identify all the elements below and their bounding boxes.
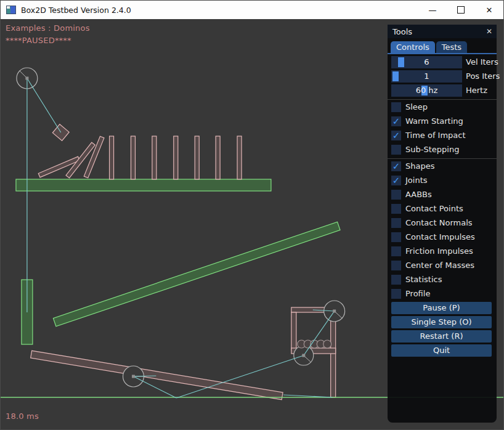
tab-tests[interactable]: Tests: [436, 41, 467, 54]
tab-controls[interactable]: Controls: [391, 41, 435, 54]
separator: [388, 99, 497, 100]
example-label: Examples : Dominos: [6, 23, 90, 33]
anchor-marker: [132, 375, 135, 378]
dynamic-body: [84, 136, 104, 178]
slider-label-pos-iters: Pos Iters: [466, 70, 500, 83]
checkbox-label-sleep: Sleep: [405, 102, 428, 112]
checkbox-label-contact-points: Contact Points: [405, 204, 463, 214]
checkbox-statistics[interactable]: [391, 275, 401, 285]
dynamic-body: [331, 312, 336, 397]
check-icon: ✓: [392, 162, 400, 171]
slider-label-vel-iters: Vel Iters: [466, 56, 498, 68]
checkbox-label-aabbs: AABBs: [405, 190, 432, 200]
slider-value-pos-iters: 1: [391, 70, 462, 83]
checkbox-row-sub-stepping: Sub-Stepping: [388, 145, 497, 156]
button-single-step-o[interactable]: Single Step (O): [391, 316, 492, 328]
checkbox-contact-impulses[interactable]: [391, 232, 401, 242]
button-quit[interactable]: Quit: [391, 344, 492, 357]
check-icon: ✓: [392, 117, 400, 126]
checkbox-row-center-of-masses: Center of Masses: [388, 261, 497, 272]
checkbox-label-shapes: Shapes: [405, 161, 434, 171]
checkbox-row-warm-starting: ✓Warm Starting: [388, 116, 497, 128]
slider-value-vel-iters: 6: [391, 56, 462, 68]
checkbox-contact-normals[interactable]: [391, 218, 401, 228]
frame-time-label: 18.0 ms: [6, 412, 39, 421]
checkbox-shapes[interactable]: ✓: [391, 161, 401, 171]
close-button[interactable]: ✕: [475, 1, 503, 19]
minimize-icon: —: [429, 6, 437, 15]
check-icon: ✓: [392, 176, 400, 185]
checkbox-warm-starting[interactable]: ✓: [391, 116, 401, 126]
checkbox-row-contact-points: Contact Points: [388, 204, 497, 215]
checkbox-contact-points[interactable]: [391, 204, 401, 214]
tools-panel-title: Tools: [392, 27, 412, 36]
checkbox-row-aabbs: AABBs: [388, 190, 497, 201]
maximize-button[interactable]: [447, 1, 475, 19]
joint-line: [27, 78, 61, 132]
slider-vel-iters[interactable]: 6: [391, 56, 462, 68]
slider-pos-iters[interactable]: 1: [391, 70, 462, 83]
checkbox-row-shapes: ✓Shapes: [388, 161, 497, 172]
checkbox-label-contact-normals: Contact Normals: [405, 218, 473, 228]
dynamic-body: [174, 136, 178, 179]
checkbox-row-friction-impulses: Friction Impulses: [388, 246, 497, 258]
maximize-icon: [457, 6, 465, 14]
button-restart-r[interactable]: Restart (R): [391, 330, 492, 343]
checkbox-row-profile: Profile: [388, 289, 497, 300]
slider-hertz[interactable]: 60 hz: [391, 84, 462, 97]
checkbox-label-contact-impulses: Contact Impulses: [405, 232, 475, 242]
close-icon: ✕: [486, 6, 493, 15]
simulation-canvas[interactable]: Examples : Dominos ****PAUSED**** 18.0 m…: [1, 19, 503, 429]
checkbox-label-profile: Profile: [405, 289, 430, 299]
checkbox-sleep[interactable]: [391, 102, 401, 112]
checkbox-label-time-of-impact: Time of Impact: [405, 131, 466, 140]
checkbox-row-statistics: Statistics: [388, 275, 497, 286]
checkbox-row-time-of-impact: ✓Time of Impact: [388, 131, 497, 142]
checkbox-row-joints: ✓Joints: [388, 176, 497, 187]
checkbox-label-center-of-masses: Center of Masses: [405, 261, 474, 270]
check-icon: ✓: [392, 131, 400, 140]
checkbox-row-sleep: Sleep: [388, 102, 497, 113]
checkbox-time-of-impact[interactable]: ✓: [391, 131, 401, 140]
checkbox-label-warm-starting: Warm Starting: [405, 116, 463, 126]
dynamic-body: [152, 136, 156, 179]
app-icon: [6, 6, 16, 14]
slider-value-hertz: 60 hz: [391, 84, 462, 97]
tools-panel-titlebar[interactable]: Tools ✕: [388, 25, 497, 38]
dynamic-body: [195, 136, 199, 179]
button-pause-p[interactable]: Pause (P): [391, 302, 492, 314]
tab-bar: ControlsTests: [391, 41, 497, 54]
slider-row-hertz: 60 hzHertz: [388, 84, 497, 97]
checkbox-friction-impulses[interactable]: [391, 246, 401, 256]
checkbox-label-joints: Joints: [405, 176, 428, 185]
checkbox-joints[interactable]: ✓: [391, 176, 401, 185]
slider-row-vel-iters: 6Vel Iters: [388, 56, 497, 68]
app-window: Box2D Testbed Version 2.4.0 — ✕ Examples…: [0, 0, 504, 430]
anchor-marker: [25, 77, 28, 80]
anchor-marker: [302, 354, 305, 357]
ball-body: [323, 340, 331, 348]
dynamic-body: [237, 136, 242, 179]
checkbox-sub-stepping[interactable]: [391, 145, 401, 155]
checkbox-center-of-masses[interactable]: [391, 261, 401, 270]
checkbox-row-contact-impulses: Contact Impulses: [388, 232, 497, 243]
separator: [388, 158, 497, 159]
checkbox-label-statistics: Statistics: [405, 275, 442, 285]
dynamic-body: [110, 136, 114, 179]
anchor-marker: [333, 310, 336, 313]
paused-label: ****PAUSED****: [6, 36, 71, 45]
window-title: Box2D Testbed Version 2.4.0: [21, 6, 131, 15]
checkbox-aabbs[interactable]: [391, 190, 401, 200]
slider-row-pos-iters: 1Pos Iters: [388, 70, 497, 83]
dynamic-body: [216, 136, 220, 179]
window-controls: — ✕: [418, 1, 503, 19]
checkbox-profile[interactable]: [391, 289, 401, 299]
checkbox-row-contact-normals: Contact Normals: [388, 218, 497, 229]
os-titlebar: Box2D Testbed Version 2.4.0 — ✕: [1, 1, 503, 19]
minimize-button[interactable]: —: [418, 1, 447, 19]
tools-close-icon[interactable]: ✕: [486, 27, 492, 36]
dynamic-body: [131, 136, 135, 179]
tab-underline: [388, 53, 497, 54]
tools-panel: Tools ✕ ControlsTests 6Vel Iters1Pos Ite…: [388, 25, 497, 423]
checkbox-label-friction-impulses: Friction Impulses: [405, 246, 473, 256]
